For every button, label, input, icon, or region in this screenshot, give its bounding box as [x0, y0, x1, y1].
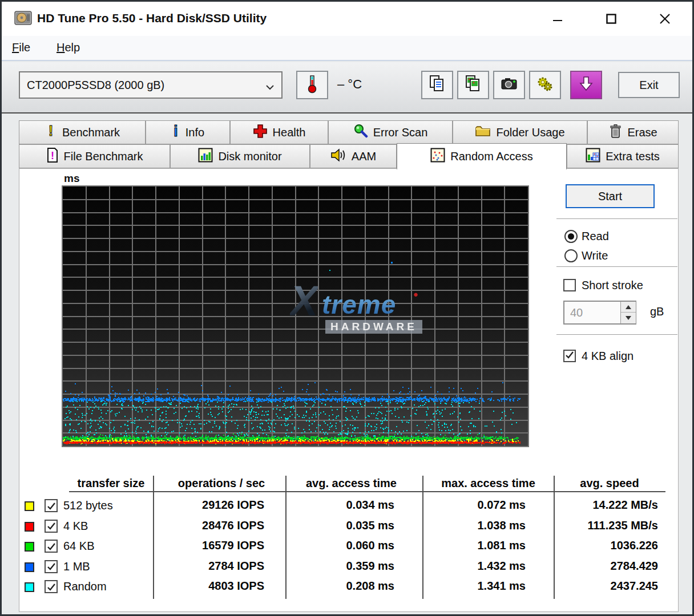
col-avg-access: avg. access time — [290, 477, 413, 490]
app-window: HD Tune Pro 5.50 - Hard Disk/SSD Utility… — [0, 0, 694, 616]
copy-image-button[interactable] — [457, 71, 489, 99]
write-label: Write — [582, 249, 608, 262]
max-access-value: 1.081 ms — [419, 539, 526, 552]
erase-icon — [608, 123, 622, 142]
extra-tests-icon — [586, 148, 600, 165]
avg-speed-value: 14.222 MB/s — [555, 499, 658, 512]
drive-select-dropdown[interactable]: CT2000P5SSD8 (2000 gB) — [19, 71, 283, 99]
tab-label: Disk monitor — [218, 150, 281, 163]
ops-value: 2784 IOPS — [162, 560, 264, 573]
temperature-value: – °C — [337, 77, 362, 92]
triangle-down-icon — [626, 316, 631, 320]
transfer-size-label: 1 MB — [63, 560, 90, 573]
svg-text:!: ! — [49, 123, 54, 139]
window-title: HD Tune Pro 5.50 - Hard Disk/SSD Utility — [37, 11, 267, 25]
watermark: X treme ● HARDWARE — [290, 285, 427, 347]
4kb-align-checkbox[interactable] — [563, 350, 576, 362]
temperature-button[interactable] — [296, 71, 328, 99]
col-max-access: max. access time — [427, 477, 550, 490]
tab-extra-tests[interactable]: Extra tests — [567, 144, 679, 168]
series-checkbox[interactable] — [45, 499, 58, 512]
avg-access-value: 0.035 ms — [293, 519, 394, 532]
file-benchmark-icon: ! — [46, 147, 59, 166]
gears-icon — [536, 75, 554, 95]
series-color-swatch — [25, 501, 34, 511]
tab-file-benchmark[interactable]: !File Benchmark — [19, 144, 170, 168]
save-results-button[interactable] — [570, 71, 602, 99]
copy-report-button[interactable] — [421, 71, 453, 99]
y-axis-unit-label: ms — [64, 172, 79, 185]
copy-image-icon — [464, 74, 482, 96]
tab-info[interactable]: iInfo — [146, 120, 230, 144]
table-header-rule — [69, 491, 665, 492]
tab-error-scan[interactable]: Error Scan — [328, 120, 453, 144]
max-access-value: 1.432 ms — [419, 560, 526, 573]
avg-speed-value: 1036.226 — [555, 539, 658, 552]
tab-health[interactable]: Health — [230, 120, 328, 144]
panel-separator — [556, 266, 677, 267]
tab-random-access[interactable]: Random Access — [397, 143, 567, 169]
avg-speed-value: 2784.429 — [555, 560, 658, 573]
table-row-1-mb: 1 MB2784 IOPS0.359 ms1.432 ms2784.429 — [19, 559, 679, 577]
svg-text:i: i — [174, 123, 178, 139]
4kb-align-label: 4 KB align — [582, 350, 634, 363]
tab-label: Extra tests — [606, 150, 659, 163]
capacity-value: 40 — [570, 306, 583, 319]
transfer-size-label: Random — [63, 580, 107, 593]
menu-file-accel: F — [12, 41, 19, 54]
capacity-spinner[interactable]: 40 — [563, 301, 636, 325]
transfer-size-label: 4 KB — [63, 520, 88, 533]
spinner-down-button[interactable] — [621, 313, 636, 323]
series-checkbox[interactable] — [45, 560, 58, 573]
exit-button[interactable]: Exit — [618, 72, 680, 98]
options-button[interactable] — [529, 71, 561, 99]
thermometer-icon — [304, 74, 321, 96]
series-checkbox[interactable] — [45, 520, 58, 533]
minimize-button[interactable] — [543, 6, 572, 31]
random-access-icon — [430, 148, 445, 165]
start-button[interactable]: Start — [566, 184, 655, 208]
series-color-swatch — [25, 522, 34, 532]
ops-value: 16579 IOPS — [162, 539, 264, 552]
avg-access-value: 0.034 ms — [293, 499, 394, 512]
table-row-random: Random4803 IOPS0.208 ms1.341 ms2437.245 — [19, 579, 679, 597]
tab-label: Info — [185, 126, 204, 139]
transfer-size-label: 64 KB — [63, 540, 94, 553]
read-radio[interactable] — [564, 230, 578, 243]
maximize-button[interactable] — [596, 6, 626, 31]
series-checkbox[interactable] — [45, 540, 58, 553]
ops-value: 29126 IOPS — [162, 499, 264, 512]
panel-separator — [556, 334, 677, 335]
write-radio[interactable] — [564, 249, 578, 262]
screenshot-button[interactable] — [493, 71, 525, 99]
table-row-64-kb: 64 KB16579 IOPS0.060 ms1.081 ms1036.226 — [19, 538, 679, 557]
download-arrow-icon — [578, 75, 595, 95]
info-icon: i — [171, 123, 180, 142]
series-checkbox[interactable] — [45, 580, 58, 593]
menu-file-rest: ile — [19, 41, 30, 54]
tab-benchmark[interactable]: !Benchmark — [19, 120, 146, 144]
tab-disk-monitor[interactable]: Disk monitor — [170, 144, 310, 168]
tab-erase[interactable]: Erase — [587, 120, 679, 144]
health-icon — [253, 124, 268, 141]
menu-file[interactable]: File — [12, 41, 30, 54]
menu-help[interactable]: Help — [57, 41, 80, 54]
drive-select-value: CT2000P5SSD8 (2000 gB) — [27, 79, 164, 92]
max-access-value: 0.072 ms — [419, 499, 526, 512]
panel-separator — [556, 218, 677, 219]
table-row-4-kb: 4 KB28476 IOPS0.035 ms1.038 ms111.235 MB… — [19, 518, 679, 537]
tab-folder-usage[interactable]: Folder Usage — [453, 120, 587, 144]
series-color-swatch — [25, 542, 34, 552]
close-button[interactable] — [650, 6, 680, 31]
exit-label: Exit — [639, 79, 658, 92]
start-label: Start — [598, 190, 622, 203]
col-avg-speed: avg. speed — [558, 477, 661, 490]
short-stroke-checkbox[interactable] — [563, 279, 576, 291]
benchmark-icon: ! — [45, 123, 57, 142]
max-access-value: 1.341 ms — [419, 579, 526, 593]
table-row-512-bytes: 512 bytes29126 IOPS0.034 ms0.072 ms14.22… — [19, 498, 679, 516]
tab-aam[interactable]: AAM — [310, 144, 397, 168]
copy-report-icon — [428, 74, 446, 96]
title-bar: HD Tune Pro 5.50 - Hard Disk/SSD Utility — [2, 2, 692, 36]
spinner-up-button[interactable] — [621, 302, 636, 313]
